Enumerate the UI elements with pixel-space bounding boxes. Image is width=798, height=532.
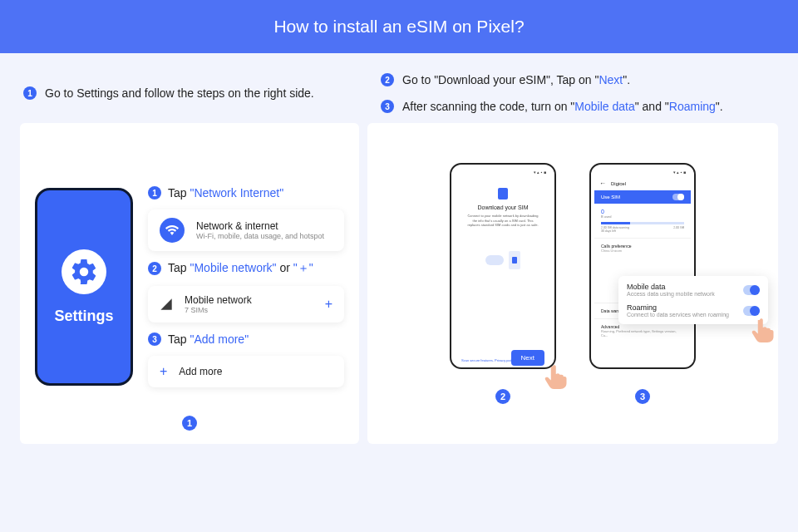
phone-icon (509, 251, 520, 269)
hand-pointer-icon (543, 362, 568, 391)
panel-phones: ▾ ▴ ▪ ■ Download your SIM Connect to you… (367, 123, 778, 444)
hand-pointer-icon (750, 316, 775, 344)
instruction-right: 2 Go to "Download your eSIM", Tap on "Ne… (381, 73, 775, 113)
card-mobile-network[interactable]: Mobile network 7 SIMs + (148, 286, 344, 323)
data-usage-bar (601, 222, 684, 224)
card-add-more[interactable]: + Add more (148, 356, 344, 387)
sim-links[interactable]: Scan secure features. Privacy path (461, 358, 513, 362)
panel-badge-2: 2 (495, 389, 510, 404)
back-arrow-icon[interactable]: ← (599, 180, 606, 187)
instruction-left: 1 Go to Settings and follow the steps on… (23, 73, 356, 113)
step-1-badge: 1 (148, 186, 161, 200)
calls-preference-row[interactable]: Calls preference China Unicom (594, 238, 691, 258)
mobile-data-row[interactable]: Mobile data Access data using mobile net… (627, 283, 760, 297)
add-more-label: Add more (179, 366, 222, 377)
panel-settings-steps: Settings 1 Tap "Network Internet" Networ… (20, 123, 359, 444)
panel-badge-3: 3 (635, 389, 650, 404)
instruction-1: 1 Go to Settings and follow the steps on… (23, 86, 314, 100)
settings-label: Settings (54, 308, 113, 325)
wifi-icon (160, 218, 185, 243)
gear-icon (62, 249, 106, 294)
sim-desc: Connect to your mobile network by downlo… (461, 214, 544, 228)
instruction-1-text: Go to Settings and follow the steps on t… (45, 86, 314, 100)
step-2-badge: 2 (148, 262, 161, 275)
signal-icon (160, 298, 173, 311)
step-3-heading: 3 Tap "Add more" (148, 332, 344, 346)
instruction-2-text: Go to "Download your eSIM", Tap on "Next… (402, 73, 630, 86)
instruction-2: 2 Go to "Download your eSIM", Tap on "Ne… (381, 73, 775, 86)
add-plus-icon: + (160, 364, 167, 379)
panel-badge-1: 1 (182, 416, 197, 431)
sim-graphic (461, 251, 544, 269)
phone-digicel-settings: ▾ ▴ ▪ ■ ← Digicel Use SIM 0 B used (589, 163, 696, 369)
data-usage-section: 0 B used 2.00 GB data warning 2.00 GB 30… (594, 204, 691, 238)
instruction-3: 3 After scanning the code, turn on "Mobi… (381, 100, 775, 113)
panels-row: Settings 1 Tap "Network Internet" Networ… (0, 123, 798, 444)
step-1-heading: 1 Tap "Network Internet" (148, 186, 344, 200)
sim-icon (498, 188, 508, 200)
roaming-row[interactable]: Roaming Connect to data services when ro… (627, 303, 760, 318)
status-bar-icons: ▾ ▴ ▪ ■ (594, 168, 691, 176)
mobile-data-toggle[interactable] (743, 285, 760, 295)
instructions-row: 1 Go to Settings and follow the steps on… (0, 53, 798, 123)
roaming-toggle[interactable] (743, 306, 760, 316)
instruction-3-text: After scanning the code, turn on "Mobile… (402, 100, 723, 113)
phone-mock-settings: Settings (35, 188, 133, 386)
card-mobile-text: Mobile network 7 SIMs (185, 294, 252, 314)
step-3-badge: 3 (148, 332, 161, 346)
status-bar-icons: ▾ ▴ ▪ ■ (455, 168, 551, 176)
plus-icon[interactable]: + (325, 297, 332, 312)
header-title: How to install an eSIM on Pixel? (273, 17, 524, 37)
digicel-header: ← Digicel (594, 176, 691, 190)
card-network-internet[interactable]: Network & internet Wi-Fi, mobile, data u… (148, 209, 344, 251)
badge-3: 3 (381, 100, 394, 113)
badge-1: 1 (23, 86, 37, 100)
cloud-icon (485, 255, 504, 265)
float-toggles-card: Mobile data Access data using mobile net… (618, 276, 768, 324)
phone-download-sim: ▾ ▴ ▪ ■ Download your SIM Connect to you… (450, 163, 556, 369)
next-button[interactable]: Next (511, 350, 544, 366)
step-2-heading: 2 Tap "Mobile network" or "＋" (148, 261, 344, 276)
page-header: How to install an eSIM on Pixel? (0, 0, 798, 53)
use-sim-toggle[interactable] (672, 194, 684, 200)
card-network-text: Network & internet Wi-Fi, mobile, data u… (196, 220, 324, 240)
sim-title: Download your SIM (461, 204, 544, 210)
use-sim-row[interactable]: Use SIM (594, 190, 691, 204)
steps-column: 1 Tap "Network Internet" Network & inter… (148, 186, 344, 387)
badge-2: 2 (381, 73, 394, 86)
